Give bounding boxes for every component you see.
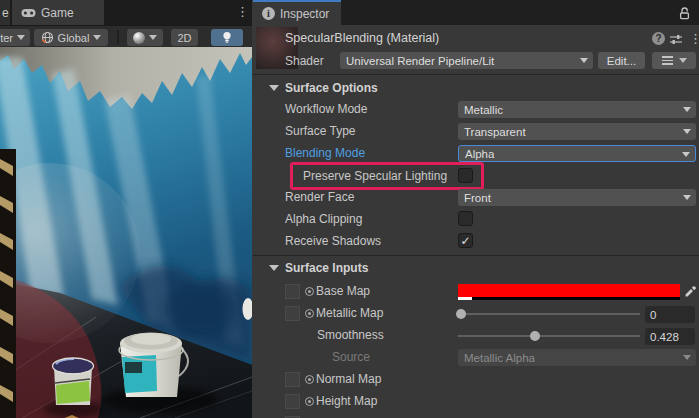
inspector-tabbar: i Inspector ⋮ [253, 0, 699, 25]
scene-lighting-button[interactable] [211, 29, 243, 46]
material-kebab-menu-icon[interactable]: ⋮ [689, 32, 699, 45]
workflow-mode-label: Workflow Mode [285, 102, 367, 117]
game-kebab-menu-icon[interactable]: ⋮ [236, 5, 249, 18]
orientation-button[interactable]: Global [34, 29, 108, 46]
surface-inputs-title: Surface Inputs [285, 261, 368, 275]
lock-open-icon[interactable] [678, 6, 691, 20]
metallic-value: 0 [650, 309, 656, 321]
metallic-map-label: Metallic Map [316, 306, 383, 321]
alpha-strip [458, 297, 680, 300]
pivot-mode-button[interactable]: ter [0, 29, 30, 46]
smoothness-value: 0.428 [650, 331, 679, 343]
chevron-down-icon [683, 107, 691, 112]
metallic-map-texture-slot[interactable] [285, 306, 300, 321]
surface-inputs-foldout-icon[interactable] [269, 265, 279, 271]
texture-target-icon [305, 309, 314, 318]
chevron-down-icon [679, 58, 687, 63]
inspector-tab-label: Inspector [280, 7, 329, 21]
chevron-down-icon [17, 35, 25, 40]
material-list-button[interactable] [652, 52, 696, 69]
chevron-down-icon [683, 195, 691, 200]
smoothness-label: Smoothness [317, 328, 384, 343]
texture-target-icon [305, 287, 314, 296]
chevron-down-icon [683, 129, 691, 134]
game-view-panel: e Game ⋮ ter Global [0, 0, 252, 418]
gamepad-icon [21, 8, 36, 18]
render-face-dropdown[interactable]: Front [458, 189, 696, 206]
smoothness-source-dropdown: Metallic Alpha [458, 349, 696, 366]
game-tab-label: Game [41, 6, 74, 20]
metallic-slider-handle[interactable] [456, 309, 466, 319]
smoothness-slider-handle[interactable] [530, 331, 540, 341]
lightbulb-icon [221, 31, 233, 44]
game-tabbar: e Game ⋮ [0, 0, 252, 25]
shader-dropdown[interactable]: Universal Render Pipeline/Lit [340, 52, 593, 69]
divider [253, 255, 699, 256]
blending-mode-dropdown[interactable]: Alpha [458, 145, 696, 162]
inspector-kebab-menu-icon[interactable]: ⋮ [695, 5, 699, 18]
alpha-clipping-label: Alpha Clipping [285, 212, 362, 227]
partial-tab-label: e [2, 6, 9, 20]
list-icon [662, 56, 673, 65]
shading-mode-button[interactable] [127, 29, 163, 46]
scene-toolbar: ter Global 2D [0, 25, 252, 47]
toggle-2d-button[interactable]: 2D [171, 29, 198, 46]
smoothness-slider[interactable] [458, 335, 640, 337]
base-map-texture-slot[interactable] [285, 284, 300, 299]
blending-mode-label: Blending Mode [285, 146, 365, 161]
edit-button-label: Edit... [607, 55, 636, 67]
smoothness-source-label: Source [332, 350, 370, 365]
texture-target-icon [305, 375, 314, 384]
shader-dropdown-value: Universal Render Pipeline/Lit [346, 55, 494, 67]
material-header: SpecularBlending (Material) ? ⋮ Shader U… [253, 25, 699, 75]
game-scene-viewport [0, 47, 252, 418]
surface-options-title: Surface Options [285, 81, 378, 95]
orientation-button-label: Global [58, 32, 90, 44]
base-map-label: Base Map [316, 284, 370, 299]
game-scene-render [0, 47, 252, 418]
presets-icon[interactable] [669, 33, 683, 46]
receive-shadows-checkbox[interactable]: ✓ [458, 233, 473, 248]
smoothness-source-value: Metallic Alpha [464, 352, 535, 364]
edit-shader-button[interactable]: Edit... [598, 52, 645, 69]
metallic-value-field[interactable]: 0 [645, 306, 695, 323]
render-face-label: Render Face [285, 190, 354, 205]
help-icon[interactable]: ? [652, 32, 665, 45]
info-icon: i [262, 7, 275, 20]
blending-mode-value: Alpha [465, 148, 494, 160]
shader-label: Shader [285, 54, 324, 68]
toolbar-separator [117, 30, 119, 44]
base-map-color-swatch[interactable] [458, 284, 680, 300]
2d-button-label: 2D [177, 32, 191, 44]
metallic-slider[interactable] [458, 313, 640, 315]
alpha-clipping-checkbox[interactable] [458, 211, 473, 226]
divider [253, 74, 699, 75]
surface-type-label: Surface Type [285, 124, 356, 139]
shaded-sphere-icon [133, 32, 145, 44]
checkmark-icon: ✓ [460, 234, 470, 248]
normal-map-texture-slot[interactable] [285, 372, 300, 387]
height-map-label: Height Map [316, 394, 377, 409]
receive-shadows-label: Receive Shadows [285, 234, 381, 249]
inspector-panel: i Inspector ⋮ SpecularBlending (Material… [253, 0, 699, 418]
material-title: SpecularBlending (Material) [285, 31, 439, 45]
eyedropper-icon[interactable] [683, 285, 697, 299]
surface-type-dropdown[interactable]: Transparent [458, 123, 696, 140]
surface-options-foldout-icon[interactable] [269, 85, 279, 91]
tab-game[interactable]: Game [12, 0, 104, 25]
smoothness-value-field[interactable]: 0.428 [645, 328, 695, 345]
partial-scene-tab[interactable]: e [0, 0, 10, 25]
preserve-specular-label: Preserve Specular Lighting [303, 169, 447, 184]
pivot-button-label: ter [0, 32, 13, 44]
height-map-texture-slot[interactable] [285, 394, 300, 409]
workflow-mode-value: Metallic [464, 104, 503, 116]
preserve-specular-checkbox[interactable] [458, 168, 473, 183]
tab-inspector[interactable]: i Inspector [253, 0, 341, 25]
chevron-down-icon [683, 355, 691, 360]
normal-map-label: Normal Map [316, 372, 381, 387]
surface-type-value: Transparent [464, 126, 526, 138]
workflow-mode-dropdown[interactable]: Metallic [458, 101, 696, 118]
chevron-down-icon [682, 152, 690, 157]
texture-target-icon [305, 397, 314, 406]
render-face-value: Front [464, 192, 491, 204]
